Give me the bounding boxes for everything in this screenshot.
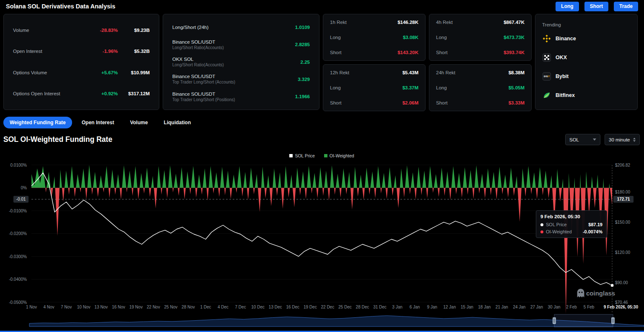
sol-price-swatch — [289, 154, 293, 157]
tab-open-interest[interactable]: Open Interest — [75, 117, 120, 128]
x-axis-label: 10 Dec — [251, 305, 265, 309]
x-axis-label: 28 Nov — [182, 305, 195, 309]
x-axis-label: 28 Dec — [356, 305, 369, 309]
stats-row: Volume -28.83% $9.23B Open Interest -1.9… — [0, 13, 644, 110]
rekt-period-label: 12h Rekt — [330, 70, 349, 75]
x-axis-label: 7 Nov — [61, 305, 72, 309]
trending-exchange-name: Binance — [556, 36, 576, 42]
funding-axis-label: -0.0400% — [9, 277, 27, 282]
funding-rate-chart[interactable]: 0.0100%0%-0.0100%-0.0200%-0.0300%-0.0400… — [0, 149, 644, 332]
stat-value: $5.32B — [118, 49, 150, 54]
x-axis-label: 25 Dec — [338, 305, 352, 309]
navigator-handle-left — [553, 317, 556, 324]
header-actions: Long Short Trade — [556, 2, 638, 11]
ratio-sublabel: Top Trader Long/Short (Positions) — [172, 97, 235, 102]
ratio-sublabel: Top Trader Long/Short (Accounts) — [172, 80, 235, 84]
trending-item-bitfinex[interactable]: Bitfinex — [542, 86, 631, 105]
rekt-total-value: $146.28K — [397, 20, 418, 25]
funding-axis-label: 0.0100% — [10, 163, 27, 167]
trending-item-okx[interactable]: OKX — [542, 48, 631, 67]
oi-weighted-dot-icon — [540, 230, 543, 233]
page-title: Solana SOL Derivatives Data Analysis — [6, 3, 115, 10]
x-axis-label: 16 Nov — [112, 305, 125, 309]
rekt-short-label: Short — [436, 100, 448, 105]
funding-axis-label: -0.0300% — [9, 254, 27, 259]
legend-sol-price[interactable]: SOL Price — [289, 153, 314, 158]
ratio-value: 2.8285 — [295, 42, 310, 47]
stat-value: $9.23B — [118, 28, 150, 33]
rekt-long-value: $3.08K — [403, 35, 418, 40]
ratio-value: 1.1966 — [295, 94, 310, 99]
chart-legend: SOL Price OI-Weighted — [31, 153, 612, 158]
x-axis-label: 5 Feb — [584, 305, 595, 309]
legend-oi-weighted[interactable]: OI-Weighted — [324, 153, 354, 158]
x-axis-label: 22 Dec — [321, 305, 335, 309]
interval-select[interactable]: 30 minute — [605, 134, 640, 145]
interval-select-value: 30 minute — [609, 137, 630, 142]
x-axis-label: 15 Jan — [461, 305, 473, 309]
chart-controls: SOL 30 minute — [565, 134, 640, 145]
x-axis-label: 6 Jan — [410, 305, 420, 309]
svg-text:172.71: 172.71 — [617, 197, 630, 201]
ratio-row: OKX SOL Long/Short Ratio(Accounts) 2.25 — [172, 53, 310, 71]
binance-icon — [542, 34, 551, 43]
trending-item-binance[interactable]: Binance — [542, 29, 631, 48]
stat-value: $10.99M — [118, 70, 150, 75]
rekt-total-value: $8.38M — [509, 70, 525, 75]
x-axis-label: 2 Feb — [566, 305, 577, 309]
ratio-label: Binance SOL/USDT — [172, 91, 235, 97]
rekt-long-label: Long — [330, 35, 341, 40]
price-axis-label: $180.00 — [615, 190, 631, 194]
symbol-select-value: SOL — [569, 137, 579, 142]
funding-area-positive — [31, 165, 612, 314]
stat-label: Open Interest — [13, 49, 42, 54]
long-short-ratio-panel: Long/Short (24h) 1.0109 Binance SOL/USDT… — [163, 14, 319, 110]
navigator-minichart — [29, 316, 644, 327]
funding-axis-label: -0.0200% — [9, 231, 27, 236]
rekt-short-value: $2.06M — [402, 100, 418, 105]
x-axis-label: 31 Dec — [373, 305, 387, 309]
rekt-long-label: Long — [436, 85, 447, 90]
trending-item-bybit[interactable]: BYB!T Bybit — [542, 67, 631, 86]
ratio-row: Binance SOL/USDT Top Trader Long/Short (… — [172, 88, 310, 105]
legend-label: SOL Price — [295, 153, 314, 158]
ratio-label: OKX SOL — [172, 57, 224, 62]
x-axis-label: 16 Dec — [286, 305, 299, 309]
x-axis-label: 24 Jan — [513, 305, 525, 309]
page-header: Solana SOL Derivatives Data Analysis Lon… — [0, 0, 644, 13]
stat-change: +0.92% — [93, 91, 118, 96]
rekt-total-value: $867.47K — [504, 20, 525, 25]
trade-button[interactable]: Trade — [614, 2, 638, 11]
tab-weighted-funding-rate[interactable]: Weighted Funding Rate — [3, 117, 72, 128]
symbol-select[interactable]: SOL — [565, 134, 600, 145]
ratio-value: 3.329 — [298, 77, 310, 82]
tab-liquidation[interactable]: Liquidation — [158, 117, 197, 128]
rekt-12h-card: 12h Rekt$5.43M Long$3.37M Short$2.06M — [323, 64, 426, 111]
chart-tabs: Weighted Funding Rate Open Interest Volu… — [0, 110, 644, 128]
tab-volume[interactable]: Volume — [124, 117, 154, 128]
navigator-handle-right — [611, 317, 615, 324]
spinner-updown-icon — [633, 138, 636, 142]
funding-axis-label: -0.0500% — [9, 300, 27, 305]
stat-change: -1.96% — [93, 49, 118, 54]
long-button[interactable]: Long — [556, 2, 579, 11]
rekt-panels: 1h Rekt$146.28K Long$3.08K Short$143.20K… — [323, 14, 532, 110]
volume-panel: Volume -28.83% $9.23B Open Interest -1.9… — [3, 14, 159, 110]
tooltip-timestamp: 9 Feb 2026, 05:30 — [540, 214, 602, 219]
trending-panel: Trending Binance OKX BYB!T Bybit Bitfine… — [535, 14, 638, 110]
tooltip-row-oi-weighted: OI-Weighted -0.0074% — [540, 229, 602, 234]
rekt-long-label: Long — [436, 35, 447, 40]
funding-rate-chart-svg[interactable]: 0.0100%0%-0.0100%-0.0200%-0.0300%-0.0400… — [0, 149, 644, 332]
rekt-period-label: 4h Rekt — [436, 20, 453, 25]
tooltip-row-sol-price: SOL Price $87.19 — [540, 222, 602, 227]
x-axis-label: 13 Nov — [94, 305, 108, 309]
x-axis-label: 12 Jan — [443, 305, 456, 309]
rekt-period-label: 1h Rekt — [330, 20, 347, 25]
short-button[interactable]: Short — [584, 2, 608, 11]
ratio-sublabel: Long/Short Ratio(Accounts) — [172, 45, 224, 50]
stat-row-options-volume: Options Volume +5.67% $10.99M — [13, 62, 150, 83]
x-axis-label: 19 Dec — [304, 305, 317, 309]
rekt-short-value: $393.74K — [504, 50, 525, 55]
rekt-short-label: Short — [330, 50, 342, 55]
x-axis-label: 10 Nov — [77, 305, 91, 309]
